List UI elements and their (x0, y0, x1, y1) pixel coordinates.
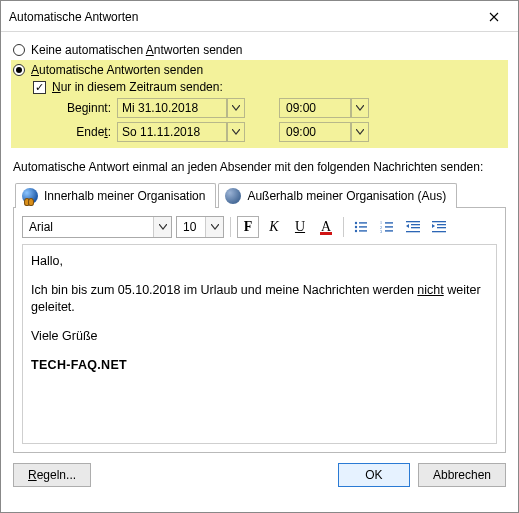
timerange-grid: Beginnt: Mi 31.10.2018 09:00 Endet: So 1… (13, 98, 506, 142)
chevron-down-icon (232, 105, 240, 111)
autoreply-on-block: Automatische Antworten senden Nur in die… (11, 60, 508, 148)
font-family-value: Arial (23, 220, 59, 234)
chevron-down-icon (356, 129, 364, 135)
svg-rect-14 (411, 227, 420, 228)
chevron-down-icon (356, 105, 364, 111)
end-date-field[interactable]: So 11.11.2018 (117, 122, 227, 142)
tab-outside-org[interactable]: Außerhalb meiner Organisation (Aus) (218, 183, 457, 208)
font-size-dropdown[interactable] (205, 217, 223, 237)
svg-rect-16 (432, 221, 446, 222)
outdent-icon (406, 220, 420, 234)
svg-rect-12 (406, 221, 420, 222)
globe-people-icon (22, 188, 38, 204)
toolbar-separator (343, 217, 344, 237)
svg-rect-1 (359, 222, 367, 223)
bullet-list-icon (354, 220, 368, 234)
chevron-down-icon (232, 129, 240, 135)
checkbox-timerange[interactable]: Nur in diesem Zeitraum senden: (13, 78, 506, 98)
tab-inside-label: Innerhalb meiner Organisation (44, 189, 205, 203)
svg-rect-17 (437, 224, 446, 225)
font-color-button[interactable]: A (315, 216, 337, 238)
toolbar-separator (230, 217, 231, 237)
msg-greeting: Hallo, (31, 253, 488, 270)
begin-date-dropdown[interactable] (227, 98, 245, 118)
tab-inside-org[interactable]: Innerhalb meiner Organisation (15, 183, 216, 208)
svg-rect-3 (359, 226, 367, 227)
svg-rect-7 (385, 222, 393, 223)
italic-button[interactable]: K (263, 216, 285, 238)
radio-no-autoreply[interactable]: Keine automatischen Antworten senden (13, 42, 506, 58)
svg-rect-5 (359, 230, 367, 231)
chevron-down-icon (159, 224, 167, 230)
msg-body: Ich bin bis zum 05.10.2018 im Urlaub und… (31, 282, 488, 316)
instruction-text: Automatische Antwort einmal an jeden Abs… (13, 148, 506, 182)
bullet-list-button[interactable] (350, 216, 372, 238)
begin-time-field[interactable]: 09:00 (279, 98, 351, 118)
msg-closing: Viele Grüße (31, 328, 488, 345)
font-size-value: 10 (177, 220, 202, 234)
font-color-swatch (320, 232, 332, 235)
numbered-list-button[interactable]: 1 2 3 (376, 216, 398, 238)
chevron-down-icon (211, 224, 219, 230)
underline-button[interactable]: U (289, 216, 311, 238)
dialog-footer: Regeln OK Abbrechen (1, 453, 518, 499)
close-icon (489, 12, 499, 22)
message-body[interactable]: Hallo, Ich bin bis zum 05.10.2018 im Url… (22, 244, 497, 444)
begin-date-field[interactable]: Mi 31.10.2018 (117, 98, 227, 118)
svg-point-0 (355, 222, 357, 224)
svg-rect-13 (411, 224, 420, 225)
bold-button[interactable]: F (237, 216, 259, 238)
titlebar: Automatische Antworten (1, 1, 518, 32)
end-label: Endet: (57, 125, 117, 139)
font-size-combo[interactable]: 10 (176, 216, 224, 238)
tabs: Innerhalb meiner Organisation Außerhalb … (13, 182, 506, 208)
checkbox-icon (33, 81, 46, 94)
svg-point-2 (355, 226, 357, 228)
svg-point-4 (355, 230, 357, 232)
svg-rect-18 (437, 227, 446, 228)
indent-icon (432, 220, 446, 234)
outdent-button[interactable] (402, 216, 424, 238)
radio-no-autoreply-label: Keine automatischen Antworten senden (31, 43, 243, 57)
globe-icon (225, 188, 241, 204)
rules-button[interactable]: Regeln (13, 463, 91, 487)
font-family-combo[interactable]: Arial (22, 216, 172, 238)
radio-autoreply-on-label: Automatische Antworten senden (31, 63, 203, 77)
indent-button[interactable] (428, 216, 450, 238)
dialog-content: Keine automatischen Antworten senden Aut… (1, 32, 518, 453)
radio-autoreply-on[interactable]: Automatische Antworten senden (13, 62, 506, 78)
cancel-button[interactable]: Abbrechen (418, 463, 506, 487)
svg-rect-19 (432, 231, 446, 232)
msg-signature: TECH-FAQ.NET (31, 357, 488, 374)
numbered-list-icon: 1 2 3 (380, 220, 394, 234)
radio-icon (13, 44, 25, 56)
begin-label: Beginnt: (57, 101, 117, 115)
tab-outside-label: Außerhalb meiner Organisation (Aus) (247, 189, 446, 203)
close-button[interactable] (478, 7, 510, 27)
dialog-title: Automatische Antworten (9, 10, 138, 24)
ok-button[interactable]: OK (338, 463, 410, 487)
end-time-field[interactable]: 09:00 (279, 122, 351, 142)
editor-toolbar: Arial 10 F K U A (22, 216, 497, 238)
end-date-dropdown[interactable] (227, 122, 245, 142)
svg-text:3: 3 (380, 229, 382, 234)
svg-rect-15 (406, 231, 420, 232)
svg-rect-11 (385, 230, 393, 231)
end-time-dropdown[interactable] (351, 122, 369, 142)
checkbox-timerange-label: Nur in diesem Zeitraum senden: (52, 80, 223, 94)
font-family-dropdown[interactable] (153, 217, 171, 237)
svg-rect-9 (385, 226, 393, 227)
editor-panel: Arial 10 F K U A (13, 208, 506, 453)
radio-icon (13, 64, 25, 76)
begin-time-dropdown[interactable] (351, 98, 369, 118)
